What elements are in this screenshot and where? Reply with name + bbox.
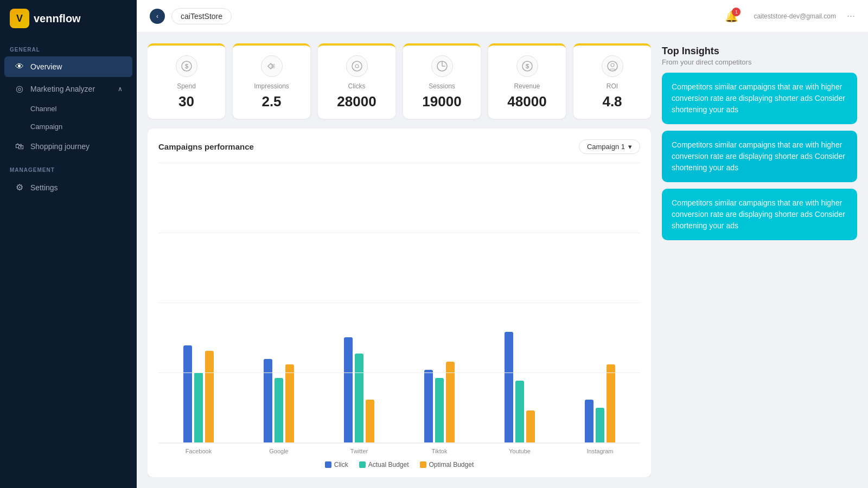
main-section: $ Spend 30 Impressions 2.5 xyxy=(148,43,651,477)
metric-card-clicks: Clicks 28000 xyxy=(318,43,395,119)
grid-line xyxy=(158,163,640,163)
sidebar-item-channel[interactable]: Channel xyxy=(4,100,132,117)
insight-card-1-text: Competitors similar campaigns that are w… xyxy=(672,82,845,114)
spend-label: Spend xyxy=(177,82,196,90)
bar-green xyxy=(275,378,283,443)
metric-card-sessions: Sessions 19000 xyxy=(403,43,481,119)
chart-card: Campaigns performance Campaign 1 ▾ xyxy=(148,129,651,477)
legend-click-dot xyxy=(325,461,331,468)
clicks-value: 28000 xyxy=(337,93,376,110)
store-selector[interactable]: caiTestStore xyxy=(171,8,232,24)
metric-card-roi: ROI 4.8 xyxy=(573,43,651,119)
chart-title: Campaigns performance xyxy=(158,142,254,151)
grid-line xyxy=(158,303,640,303)
bar-group-google xyxy=(239,359,319,443)
logo-text: vennflow xyxy=(34,12,81,25)
bar-label-youtube: Youtube xyxy=(480,448,560,454)
bar-blue xyxy=(505,332,513,443)
sidebar-item-shopping-journey[interactable]: 🛍 Shopping journey xyxy=(4,136,132,157)
bar-label-google: Google xyxy=(239,448,319,454)
svg-text:$: $ xyxy=(184,63,188,69)
overview-icon: 👁 xyxy=(14,62,25,72)
sidebar-item-marketing-analyzer[interactable]: ◎ Marketing Analyzer ∧ xyxy=(4,78,132,99)
bar-orange xyxy=(285,364,294,443)
svg-point-3 xyxy=(355,65,359,68)
svg-point-2 xyxy=(352,61,362,71)
metric-card-impressions: Impressions 2.5 xyxy=(233,43,310,119)
revenue-value: 48000 xyxy=(507,93,546,110)
clicks-icon xyxy=(346,55,368,77)
sidebar-toggle-button[interactable]: ‹ xyxy=(150,9,165,24)
bar-green xyxy=(596,408,604,443)
bar-group-twitter xyxy=(319,337,399,443)
roi-value: 4.8 xyxy=(602,93,622,110)
bar-group-instagram xyxy=(560,364,640,443)
svg-point-10 xyxy=(611,63,614,67)
impressions-label: Impressions xyxy=(254,82,289,90)
legend-click: Click xyxy=(325,461,348,468)
campaign-selector-label: Campaign 1 xyxy=(587,143,625,151)
impressions-value: 2.5 xyxy=(261,93,281,110)
legend-click-label: Click xyxy=(334,461,348,468)
sidebar: V vennflow GENERAL 👁 Overview ◎ Marketin… xyxy=(0,0,137,488)
bar-blue xyxy=(183,345,192,443)
insights-panel: Top Insights From your direct competitor… xyxy=(662,43,857,477)
campaign-selector[interactable]: Campaign 1 ▾ xyxy=(579,139,640,154)
campaign-label: Campaign xyxy=(30,123,62,131)
bar-label-twitter: Twitter xyxy=(319,448,399,454)
chevron-up-icon: ∧ xyxy=(118,85,123,93)
insights-header: Top Insights From your direct competitor… xyxy=(662,43,857,66)
spend-value: 30 xyxy=(178,93,194,110)
bar-chart-grid xyxy=(158,163,640,444)
insight-card-3-text: Competitors similar campaigns that are w… xyxy=(672,198,845,230)
bar-green xyxy=(355,354,363,443)
insight-card-2-text: Competitors similar campaigns that are w… xyxy=(672,140,845,172)
sidebar-item-label: Settings xyxy=(30,183,123,192)
bar-green xyxy=(435,378,444,443)
chart-legend: Click Actual Budget Optimal Budget xyxy=(158,461,640,468)
settings-icon: ⚙ xyxy=(14,182,25,192)
management-section-label: MANAGEMENT xyxy=(0,157,137,176)
bar-labels: FacebookGoogleTwitterTiktokYoutubeInstag… xyxy=(158,448,640,454)
bar-label-tiktok: Tiktok xyxy=(399,448,480,454)
bar-blue xyxy=(264,359,272,443)
bar-group-youtube xyxy=(480,332,560,443)
bar-orange xyxy=(205,351,214,443)
bar-group-tiktok xyxy=(399,362,480,443)
bar-label-instagram: Instagram xyxy=(560,448,640,454)
revenue-icon: $ xyxy=(516,55,538,77)
channel-label: Channel xyxy=(30,105,56,113)
more-options-button[interactable]: ··· xyxy=(847,10,855,22)
legend-optimal-budget: Optimal Budget xyxy=(420,461,474,468)
legend-optimal-budget-dot xyxy=(420,461,426,468)
logo: V vennflow xyxy=(0,0,137,37)
bar-blue xyxy=(344,337,353,443)
revenue-label: Revenue xyxy=(514,82,540,90)
content-area: $ Spend 30 Impressions 2.5 xyxy=(137,33,868,488)
main-content: ‹ caiTestStore 🔔 1 caiteststore-dev@gmai… xyxy=(137,0,868,488)
bar-orange xyxy=(446,362,455,443)
sidebar-item-label: Overview xyxy=(30,62,123,71)
metric-card-spend: $ Spend 30 xyxy=(148,43,225,119)
bar-group-facebook xyxy=(158,345,239,443)
sidebar-item-overview[interactable]: 👁 Overview xyxy=(4,56,132,77)
shopping-icon: 🛍 xyxy=(14,142,25,151)
sidebar-item-campaign[interactable]: Campaign xyxy=(4,118,132,135)
notification-button[interactable]: 🔔 1 xyxy=(725,10,738,23)
sidebar-item-settings[interactable]: ⚙ Settings xyxy=(4,177,132,198)
svg-text:$: $ xyxy=(525,63,528,69)
roi-icon xyxy=(602,55,623,77)
sidebar-item-label: Shopping journey xyxy=(30,142,123,151)
legend-optimal-budget-label: Optimal Budget xyxy=(429,461,474,468)
marketing-icon: ◎ xyxy=(14,84,25,94)
logo-icon: V xyxy=(10,9,29,28)
sessions-label: Sessions xyxy=(429,82,455,90)
bar-orange xyxy=(607,364,615,443)
clicks-label: Clicks xyxy=(348,82,366,90)
bar-blue xyxy=(424,370,433,443)
bar-blue xyxy=(585,400,593,443)
bar-orange xyxy=(526,410,535,443)
chevron-down-icon: ▾ xyxy=(628,143,632,151)
insight-card-1: Competitors similar campaigns that are w… xyxy=(662,73,857,124)
insight-card-2: Competitors similar campaigns that are w… xyxy=(662,131,857,182)
